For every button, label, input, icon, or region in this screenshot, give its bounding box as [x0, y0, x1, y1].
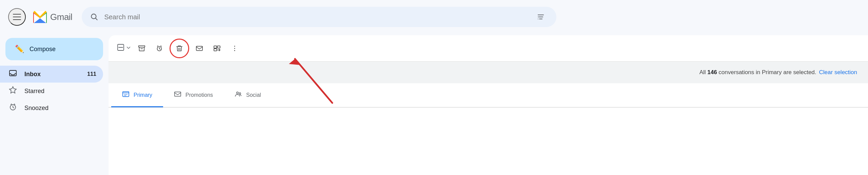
archive-icon	[138, 45, 145, 52]
svg-rect-13	[217, 46, 220, 48]
delete-button[interactable]	[170, 39, 189, 58]
search-input[interactable]	[104, 13, 528, 21]
svg-point-22	[239, 92, 241, 94]
gmail-text: Gmail	[50, 12, 72, 22]
tab-promotions[interactable]: Promotions	[163, 84, 224, 107]
snooze-button[interactable]	[152, 41, 167, 56]
inbox-label: Inbox	[24, 71, 80, 78]
snoozed-label: Snoozed	[24, 105, 96, 112]
move-to-button[interactable]	[210, 41, 224, 56]
more-options-button[interactable]	[227, 41, 242, 56]
primary-tab-icon	[122, 90, 130, 100]
inbox-icon	[8, 69, 18, 79]
svg-point-21	[237, 92, 239, 94]
archive-button[interactable]	[134, 41, 149, 56]
svg-rect-3	[538, 15, 538, 15]
svg-rect-14	[214, 48, 217, 50]
svg-rect-12	[214, 46, 217, 48]
svg-point-17	[234, 50, 235, 51]
top-bar: Gmail	[0, 0, 868, 34]
snoozed-icon	[8, 103, 18, 113]
inbox-count: 111	[87, 71, 96, 77]
search-options-button[interactable]	[533, 9, 548, 24]
select-all-checkbox[interactable]	[117, 43, 125, 53]
svg-point-15	[234, 46, 235, 47]
hamburger-icon	[13, 14, 21, 20]
snooze-icon	[156, 45, 163, 52]
tabs-bar: Primary Promotions	[108, 83, 868, 108]
sidebar-item-starred[interactable]: Starred	[0, 83, 103, 100]
selection-bar: All 146 conversations in Primary are sel…	[108, 62, 868, 83]
toolbar	[108, 35, 868, 62]
social-tab-icon	[235, 90, 242, 100]
filter-icon	[537, 13, 545, 21]
clear-selection-link[interactable]: Clear selection	[819, 69, 857, 76]
sidebar-item-snoozed[interactable]: Snoozed	[0, 100, 103, 116]
mark-unread-icon	[196, 45, 203, 52]
svg-rect-11	[196, 46, 202, 50]
svg-rect-5	[538, 19, 538, 19]
select-dropdown-icon[interactable]	[125, 45, 132, 52]
move-to-icon	[213, 45, 221, 52]
menu-button[interactable]	[8, 8, 26, 26]
tab-social[interactable]: Social	[224, 84, 272, 107]
compose-label: Compose	[29, 46, 56, 53]
delete-button-wrapper	[170, 39, 189, 58]
sidebar-item-inbox[interactable]: Inbox 111	[0, 66, 103, 83]
select-all-group[interactable]	[117, 43, 132, 53]
svg-rect-4	[538, 17, 538, 17]
content-area: All 146 conversations in Primary are sel…	[108, 35, 868, 175]
gmail-m-icon	[31, 8, 49, 26]
mark-unread-button[interactable]	[192, 41, 207, 56]
main-layout: ✏️ Compose Inbox 111 Starred	[0, 34, 868, 175]
selection-count: 146	[707, 69, 717, 75]
gmail-logo: Gmail	[31, 8, 72, 26]
delete-icon	[176, 45, 183, 52]
sidebar: ✏️ Compose Inbox 111 Starred	[0, 34, 108, 175]
starred-label: Starred	[24, 88, 96, 95]
svg-rect-9	[139, 45, 145, 47]
compose-button[interactable]: ✏️ Compose	[5, 38, 103, 60]
search-bar[interactable]	[82, 7, 556, 27]
compose-icon: ✏️	[15, 45, 24, 53]
tab-primary[interactable]: Primary	[111, 84, 163, 107]
starred-icon	[8, 86, 18, 96]
tab-promotions-label: Promotions	[185, 92, 213, 98]
tab-primary-label: Primary	[134, 92, 152, 98]
promotions-tab-icon	[174, 90, 181, 100]
tab-social-label: Social	[246, 92, 261, 98]
search-icon	[90, 13, 99, 21]
more-options-icon	[231, 45, 238, 52]
selection-text: All 146 conversations in Primary are sel…	[699, 69, 816, 76]
svg-point-16	[234, 48, 235, 49]
